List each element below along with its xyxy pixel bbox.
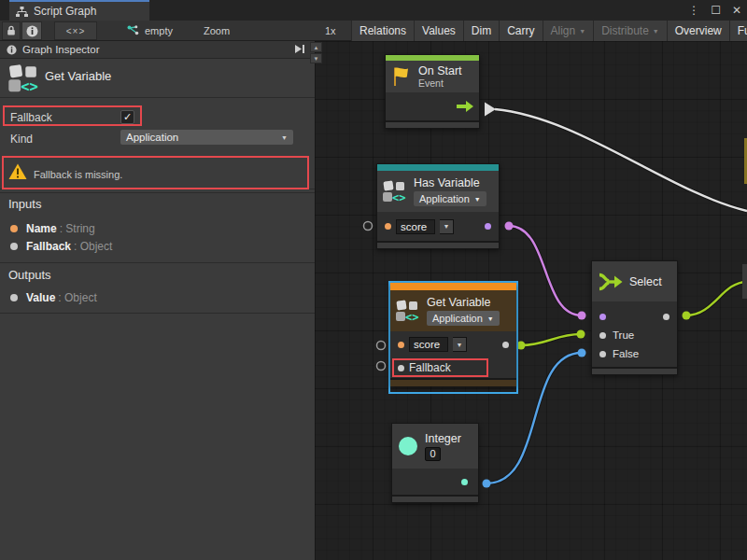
empty-port-circle[interactable]: [364, 222, 373, 231]
selection-output-port[interactable]: [663, 314, 669, 320]
condition-input-port[interactable]: [599, 314, 606, 320]
variable-name-field[interactable]: score: [396, 219, 435, 234]
tab-script-graph[interactable]: Script Graph: [9, 0, 149, 21]
unit-title: Get Variable: [45, 69, 111, 83]
selection-outline: <> Get Variable Application ▼ sc: [388, 281, 518, 394]
kind-dropdown[interactable]: Application ▼: [414, 191, 486, 206]
name-input-port[interactable]: [398, 342, 404, 348]
warning-text: Fallback is missing.: [34, 169, 122, 180]
select-header[interactable]: Select: [592, 261, 677, 301]
select-output-wire: [686, 282, 747, 315]
node-title: Has Variable: [414, 176, 486, 189]
chevron-down-icon: ▼: [281, 134, 288, 141]
kind-dropdown[interactable]: Application ▼: [120, 130, 293, 145]
align-dropdown: Align▼: [543, 21, 594, 41]
toolbar-buttons: Relations Values Dim Carry Align▼ Distri…: [351, 21, 747, 41]
input-name-row: Name : String: [10, 222, 95, 235]
value-output-port[interactable]: [502, 342, 509, 348]
node-title: Integer: [425, 432, 461, 445]
object-port-dot: [10, 294, 18, 301]
fallback-checkbox[interactable]: ✓: [120, 110, 134, 124]
select-merge-icon: [599, 273, 623, 291]
node-on-start[interactable]: On Start Event: [385, 54, 480, 129]
script-graph-window: Script Graph ⋮ ☐ ✕ <×>: [0, 0, 747, 560]
node-get-variable[interactable]: <> Get Variable Application ▼ sc: [390, 283, 516, 386]
control-wire: [495, 109, 747, 211]
node-title: Select: [629, 275, 662, 288]
variable-dropdown-button[interactable]: ▼: [440, 219, 454, 234]
inspector-title: Graph Inspector: [22, 44, 99, 55]
menu-icon[interactable]: ⋮: [688, 4, 699, 17]
info-button[interactable]: [21, 21, 42, 40]
fallback-port-label: Fallback: [409, 361, 451, 374]
bool-output-port[interactable]: [485, 223, 491, 230]
integer-header[interactable]: Integer 0: [392, 424, 478, 469]
dock-panel-icon[interactable]: [293, 44, 305, 54]
close-icon[interactable]: ✕: [732, 4, 741, 17]
variable-icon: <>: [395, 299, 421, 323]
inspector-header: Graph Inspector: [0, 41, 315, 59]
node-integer[interactable]: Integer 0: [391, 423, 479, 503]
empty-port-circle[interactable]: [377, 362, 386, 371]
empty-port-circle[interactable]: [377, 342, 386, 350]
false-input-port[interactable]: [599, 351, 606, 357]
lock-icon: [7, 25, 16, 36]
graph-canvas[interactable]: On Start Event <>: [315, 41, 747, 560]
scroll-down-button[interactable]: ▼: [310, 53, 322, 63]
on-start-header[interactable]: On Start Event: [386, 61, 479, 92]
chevron-down-icon: ▼: [579, 28, 585, 35]
has-variable-header[interactable]: <> Has Variable Application ▼: [377, 171, 499, 212]
svg-text:<>: <>: [405, 311, 418, 323]
info-icon: [7, 45, 17, 55]
clipped-node-edge: [742, 264, 747, 299]
false-port-label: False: [613, 348, 639, 359]
svg-text:<>: <>: [392, 191, 405, 203]
kind-dropdown[interactable]: Application ▼: [427, 311, 500, 326]
triangle-down-icon: ▼: [314, 56, 319, 62]
graph-inspector-panel: Graph Inspector <> Get Variable Fallback…: [0, 41, 315, 560]
integer-output-port[interactable]: [461, 479, 468, 485]
node-has-variable[interactable]: <> Has Variable Application ▼ score: [376, 163, 500, 249]
fallback-input-port[interactable]: [398, 365, 404, 371]
overview-button[interactable]: Overview: [667, 21, 729, 41]
title-bar: Script Graph ⋮ ☐ ✕: [0, 0, 747, 21]
value-wire-true: [521, 334, 581, 345]
name-input-port[interactable]: [385, 223, 391, 230]
maximize-icon[interactable]: ☐: [711, 4, 721, 17]
graph-breadcrumb-empty[interactable]: empty: [127, 21, 173, 41]
inspected-unit-header: <> Get Variable: [0, 59, 315, 98]
code-view-button[interactable]: <×>: [54, 21, 97, 40]
get-variable-header[interactable]: <> Get Variable Application ▼: [390, 290, 516, 331]
svg-text:<>: <>: [21, 78, 38, 94]
control-wire-arrow: [485, 103, 496, 117]
outputs-section-title: Outputs: [8, 268, 51, 282]
flow-output-port[interactable]: [457, 101, 473, 112]
true-input-port[interactable]: [599, 332, 606, 339]
dim-button[interactable]: Dim: [463, 21, 499, 41]
object-port-dot: [10, 243, 18, 250]
scroll-up-button[interactable]: ▲: [310, 42, 322, 52]
variable-name-field[interactable]: score: [409, 337, 448, 352]
node-subtitle: Event: [418, 77, 462, 89]
flag-icon: [390, 65, 413, 88]
node-select[interactable]: Select True False: [591, 260, 678, 375]
zoom-value: 1x: [325, 21, 336, 41]
fullscreen-button[interactable]: Full Screen: [729, 21, 747, 41]
relations-button[interactable]: Relations: [351, 21, 414, 41]
carry-button[interactable]: Carry: [499, 21, 542, 41]
variable-icon: <>: [7, 63, 41, 94]
chevron-down-icon: ▼: [457, 342, 463, 348]
variable-dropdown-button[interactable]: ▼: [453, 337, 467, 352]
graph-pointer-icon: [127, 25, 140, 36]
input-fallback-row: Fallback : Object: [10, 240, 112, 253]
values-button[interactable]: Values: [414, 21, 463, 41]
script-graph-icon: [16, 7, 28, 17]
chevron-down-icon: ▼: [474, 196, 481, 203]
integer-value-field[interactable]: 0: [425, 447, 441, 461]
lock-button[interactable]: [2, 21, 21, 40]
inputs-section-title: Inputs: [8, 197, 41, 211]
node-title: Get Variable: [427, 296, 500, 309]
variable-color-bar: [377, 164, 499, 171]
info-icon: [26, 25, 38, 37]
fallback-label: Fallback: [10, 111, 52, 124]
